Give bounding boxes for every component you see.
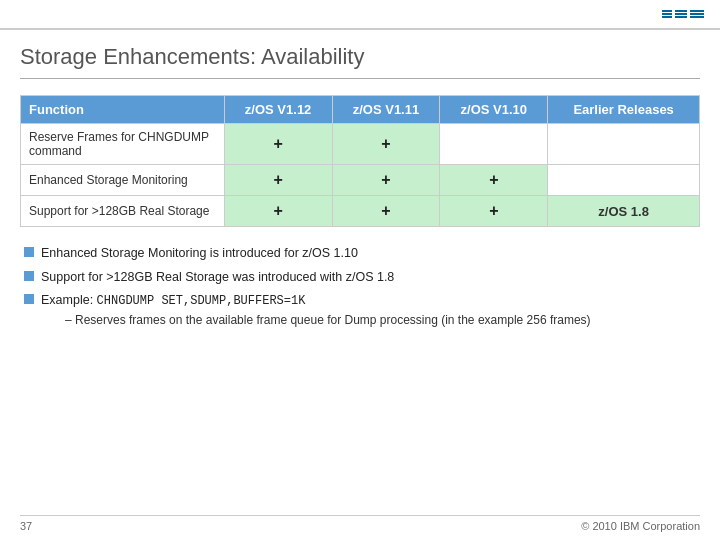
row2-earlier xyxy=(548,165,700,196)
bullet-icon-3 xyxy=(24,294,34,304)
bullet-item-2: Support for >128GB Real Storage was intr… xyxy=(24,269,700,287)
row2-v112: + xyxy=(224,165,332,196)
ibm-logo xyxy=(662,10,704,18)
col-v111: z/OS V1.11 xyxy=(332,96,440,124)
row1-v110 xyxy=(440,124,548,165)
row2-v111: + xyxy=(332,165,440,196)
top-bar xyxy=(0,0,720,30)
page-number: 37 xyxy=(20,520,32,532)
bullet-text-1: Enhanced Storage Monitoring is introduce… xyxy=(41,245,358,263)
bullet-icon-1 xyxy=(24,247,34,257)
row1-earlier xyxy=(548,124,700,165)
col-function: Function xyxy=(21,96,225,124)
table-header-row: Function z/OS V1.12 z/OS V1.11 z/OS V1.1… xyxy=(21,96,700,124)
bullets-section: Enhanced Storage Monitoring is introduce… xyxy=(20,245,700,329)
sub-bullet-text: – Reserves frames on the available frame… xyxy=(41,312,591,329)
row3-function: Support for >128GB Real Storage xyxy=(21,196,225,227)
code-example: CHNGDUMP SET,SDUMP,BUFFERS=1K xyxy=(97,294,306,308)
row2-v110: + xyxy=(440,165,548,196)
page-title: Storage Enhancements: Availability xyxy=(20,44,700,79)
copyright: © 2010 IBM Corporation xyxy=(581,520,700,532)
bullet-item-1: Enhanced Storage Monitoring is introduce… xyxy=(24,245,700,263)
table-row: Enhanced Storage Monitoring + + + xyxy=(21,165,700,196)
bullet-text-2: Support for >128GB Real Storage was intr… xyxy=(41,269,394,287)
footer: 37 © 2010 IBM Corporation xyxy=(20,515,700,532)
row1-v111: + xyxy=(332,124,440,165)
bullet-text-3-pre: Example: CHNGDUMP SET,SDUMP,BUFFERS=1K xyxy=(41,293,305,307)
col-v110: z/OS V1.10 xyxy=(440,96,548,124)
row3-v110: + xyxy=(440,196,548,227)
bullet-item-3: Example: CHNGDUMP SET,SDUMP,BUFFERS=1K –… xyxy=(24,292,700,329)
bullet-text-3: Example: CHNGDUMP SET,SDUMP,BUFFERS=1K –… xyxy=(41,292,591,329)
availability-table: Function z/OS V1.12 z/OS V1.11 z/OS V1.1… xyxy=(20,95,700,227)
row3-earlier: z/OS 1.8 xyxy=(548,196,700,227)
ibm-logo-row1 xyxy=(662,10,704,18)
row1-v112: + xyxy=(224,124,332,165)
row2-function: Enhanced Storage Monitoring xyxy=(21,165,225,196)
col-v112: z/OS V1.12 xyxy=(224,96,332,124)
page-content: Storage Enhancements: Availability Funct… xyxy=(0,30,720,349)
col-earlier: Earlier Releases xyxy=(548,96,700,124)
bullet-icon-2 xyxy=(24,271,34,281)
row1-function: Reserve Frames for CHNGDUMP command xyxy=(21,124,225,165)
row3-v112: + xyxy=(224,196,332,227)
table-row: Support for >128GB Real Storage + + + z/… xyxy=(21,196,700,227)
table-row: Reserve Frames for CHNGDUMP command + + xyxy=(21,124,700,165)
row3-v111: + xyxy=(332,196,440,227)
